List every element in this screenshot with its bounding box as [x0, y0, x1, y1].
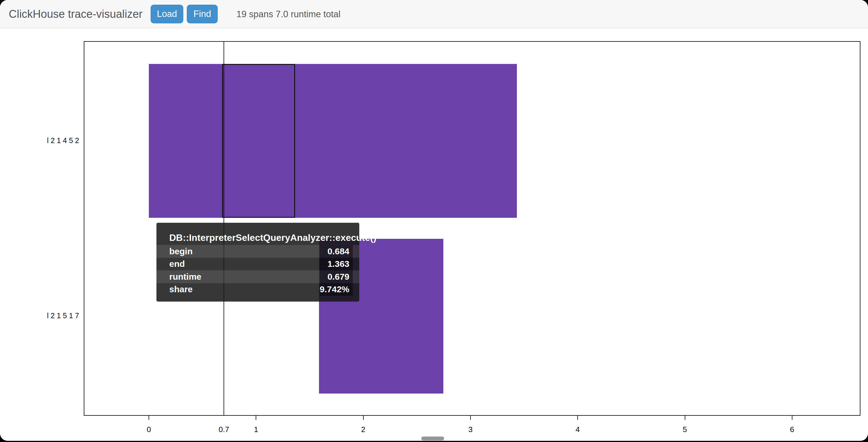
- x-tick-mark: [256, 416, 256, 420]
- x-tick-label: 6: [775, 425, 810, 434]
- span-bar[interactable]: [149, 64, 517, 218]
- find-button[interactable]: Find: [187, 5, 218, 23]
- x-tick-mark: [577, 416, 578, 420]
- cursor-line: [223, 41, 224, 416]
- load-button[interactable]: Load: [151, 5, 183, 23]
- x-tick-mark: [149, 416, 149, 420]
- x-tick-label: 1: [239, 425, 274, 434]
- browser-window: ClickHouse trace-visualizer Load Find 19…: [0, 0, 868, 441]
- highlighted-span[interactable]: [222, 64, 295, 218]
- y-axis-label: l21517: [0, 312, 81, 320]
- status-text: 19 spans 7.0 runtime total: [237, 0, 341, 28]
- x-tick-mark: [792, 416, 793, 420]
- span-bar[interactable]: [319, 239, 443, 393]
- horizontal-scrollbar-thumb[interactable]: [421, 437, 444, 441]
- x-tick-mark: [470, 416, 471, 420]
- y-axis-label: l21452: [0, 136, 81, 145]
- app-root: ClickHouse trace-visualizer Load Find 19…: [0, 0, 868, 442]
- toolbar: ClickHouse trace-visualizer Load Find 19…: [0, 0, 868, 28]
- x-tick-label-cursor: 0.7: [206, 425, 241, 434]
- x-tick-label: 2: [346, 425, 381, 434]
- x-tick-label: 0: [131, 425, 166, 434]
- x-tick-label: 5: [668, 425, 703, 434]
- x-tick-label: 3: [453, 425, 488, 434]
- x-tick-mark: [685, 416, 685, 420]
- x-tick-label: 4: [560, 425, 595, 434]
- page-title: ClickHouse trace-visualizer: [9, 0, 143, 28]
- x-tick-mark: [363, 416, 364, 420]
